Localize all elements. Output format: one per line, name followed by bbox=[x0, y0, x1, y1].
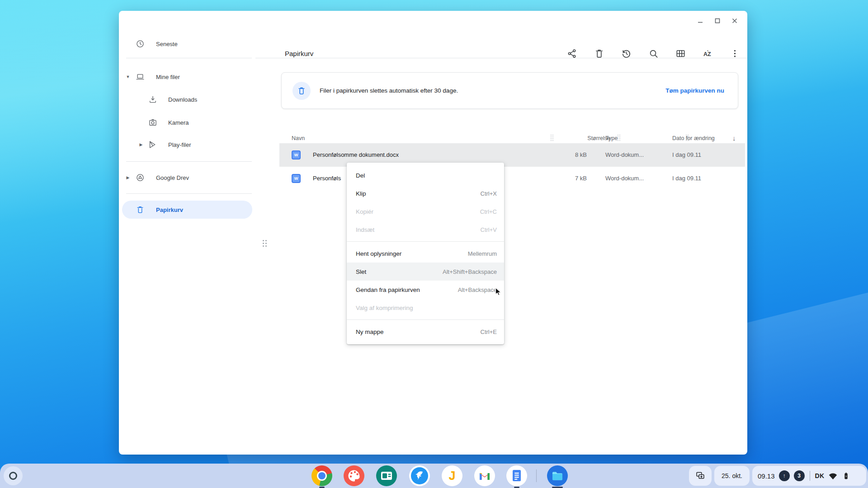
files-app-window: Seneste ▼ Mine filer Downloads bbox=[119, 11, 747, 455]
sidebar-item-play-filer[interactable]: ▶ Play-filer bbox=[119, 136, 255, 153]
column-header-name[interactable]: Navn bbox=[292, 135, 305, 141]
menu-item-klip[interactable]: Klip Ctrl+X bbox=[347, 184, 504, 202]
arrow-up-badge-icon: ↑ bbox=[779, 470, 790, 481]
menu-item-shortcut: Ctrl+E bbox=[481, 328, 497, 335]
menu-divider bbox=[347, 241, 504, 242]
shelf-app-gmail[interactable] bbox=[474, 465, 495, 486]
sidebar-item-label: Play-filer bbox=[168, 141, 191, 148]
sidebar: Seneste ▼ Mine filer Downloads bbox=[119, 11, 255, 455]
chevron-down-icon[interactable]: ▼ bbox=[125, 74, 131, 80]
menu-item-label: Del bbox=[356, 172, 365, 179]
desktop: Seneste ▼ Mine filer Downloads bbox=[0, 0, 868, 488]
close-button[interactable] bbox=[728, 14, 741, 27]
search-icon[interactable] bbox=[648, 48, 659, 59]
launcher-button[interactable] bbox=[4, 466, 23, 485]
menu-item-del[interactable]: Del bbox=[347, 166, 504, 184]
shelf-app-chrome[interactable] bbox=[311, 465, 332, 486]
sidebar-item-google-drev[interactable]: ▶ Google Drev bbox=[119, 169, 255, 186]
sort-az-icon[interactable]: AZ bbox=[703, 48, 713, 59]
chevron-right-icon[interactable]: ▶ bbox=[125, 175, 131, 180]
menu-item-label: Kopiér bbox=[356, 208, 373, 215]
empty-trash-button[interactable]: Tøm papirkurven nu bbox=[665, 87, 724, 94]
menu-item-valg-af-komprimering: Valg af komprimering bbox=[347, 299, 504, 317]
docs-icon bbox=[506, 465, 527, 486]
menu-item-shortcut: Ctrl+C bbox=[480, 208, 497, 215]
gallery-icon bbox=[344, 465, 364, 486]
menu-item-slet[interactable]: Slet Alt+Shift+Backspace bbox=[347, 263, 504, 281]
bird-app-icon bbox=[409, 465, 430, 486]
trash-icon bbox=[136, 205, 145, 214]
play-icon bbox=[148, 140, 157, 149]
toolbar: AZ bbox=[567, 48, 740, 59]
sidebar-divider bbox=[126, 58, 252, 58]
trash-info-banner: Filer i papirkurven slettes automatisk e… bbox=[281, 72, 738, 109]
chevron-right-icon[interactable]: ▶ bbox=[138, 142, 144, 147]
context-menu: Del Klip Ctrl+X Kopiér Ctrl+C Indsæt Ctr… bbox=[347, 163, 504, 344]
share-icon[interactable] bbox=[567, 48, 577, 59]
shelf-app-screencast[interactable] bbox=[376, 465, 397, 486]
date-tray-button[interactable]: 25. okt. bbox=[714, 466, 750, 486]
file-name: Personfølsomme dokument.docx bbox=[313, 151, 399, 158]
word-doc-icon: W bbox=[292, 150, 301, 160]
mouse-cursor bbox=[494, 287, 502, 298]
date-label: 25. okt. bbox=[722, 472, 742, 479]
screen-share-tray-button[interactable] bbox=[689, 466, 712, 486]
sidebar-item-mine-filer[interactable]: ▼ Mine filer bbox=[119, 69, 255, 85]
column-header-date[interactable]: Dato for ændring bbox=[672, 135, 715, 141]
shelf-app-gallery[interactable] bbox=[344, 465, 364, 486]
minimize-button[interactable] bbox=[694, 14, 707, 27]
shelf-app-files[interactable] bbox=[547, 465, 568, 486]
file-type: Word-dokum... bbox=[605, 151, 644, 158]
menu-item-shortcut: Alt+Shift+Backspace bbox=[443, 268, 497, 275]
sidebar-divider bbox=[126, 193, 252, 194]
menu-item-label: Valg af komprimering bbox=[356, 305, 413, 311]
menu-item-shortcut: Alt+Backspace bbox=[458, 286, 497, 293]
file-name: Personføls bbox=[313, 175, 341, 182]
grid-view-icon[interactable] bbox=[675, 48, 686, 59]
file-date: I dag 09.11 bbox=[672, 175, 701, 182]
keyboard-layout-label: DK bbox=[815, 472, 825, 479]
sidebar-divider bbox=[126, 161, 252, 162]
shelf-app-jamboard[interactable]: J bbox=[442, 465, 462, 486]
status-tray[interactable]: 09.13 ↑ 3 DK bbox=[752, 466, 866, 486]
gmail-icon bbox=[474, 465, 495, 486]
column-resize-handle[interactable] bbox=[618, 135, 621, 143]
menu-divider bbox=[347, 319, 504, 320]
launcher-ring-icon bbox=[9, 472, 17, 480]
more-icon[interactable] bbox=[730, 48, 740, 59]
sidebar-item-label: Seneste bbox=[156, 41, 178, 47]
notification-count-badge: 3 bbox=[794, 470, 805, 481]
sort-direction-icon[interactable]: ↓ bbox=[732, 134, 736, 142]
shelf: J bbox=[0, 464, 868, 488]
restore-icon[interactable] bbox=[621, 48, 632, 59]
menu-item-ny-mappe[interactable]: Ny mappe Ctrl+E bbox=[347, 323, 504, 341]
maximize-button[interactable] bbox=[711, 14, 724, 27]
shelf-app-bird[interactable] bbox=[409, 465, 430, 486]
drive-icon bbox=[136, 173, 145, 182]
menu-item-gendan[interactable]: Gendan fra papirkurven Alt+Backspace bbox=[347, 281, 504, 299]
menu-item-hent-oplysninger[interactable]: Hent oplysninger Mellemrum bbox=[347, 244, 504, 263]
tray-separator bbox=[810, 471, 810, 481]
file-type: Word-dokum... bbox=[605, 175, 644, 182]
chrome-icon bbox=[311, 465, 332, 486]
menu-item-label: Klip bbox=[356, 190, 366, 197]
sidebar-item-kamera[interactable]: Kamera bbox=[119, 114, 255, 131]
sidebar-item-papirkurv[interactable]: Papirkurv bbox=[122, 201, 252, 219]
jamboard-icon: J bbox=[442, 465, 462, 486]
column-header-type[interactable]: Type bbox=[605, 135, 618, 141]
sidebar-item-label: Papirkurv bbox=[156, 206, 183, 213]
svg-text:J: J bbox=[448, 469, 455, 483]
wifi-icon bbox=[828, 471, 837, 480]
camera-icon bbox=[148, 118, 157, 127]
column-header-size[interactable]: Størrelse bbox=[551, 135, 610, 141]
file-size: 7 kB bbox=[533, 175, 587, 182]
file-date: I dag 09.11 bbox=[672, 151, 701, 158]
menu-item-label: Indsæt bbox=[356, 226, 374, 233]
shelf-app-docs[interactable] bbox=[506, 465, 527, 486]
sidebar-item-seneste[interactable]: Seneste bbox=[119, 36, 255, 52]
sidebar-item-downloads[interactable]: Downloads bbox=[119, 91, 255, 108]
delete-icon[interactable] bbox=[594, 48, 604, 59]
screencast-icon bbox=[376, 465, 397, 486]
sidebar-item-label: Mine filer bbox=[156, 74, 180, 80]
trash-icon bbox=[292, 82, 311, 100]
